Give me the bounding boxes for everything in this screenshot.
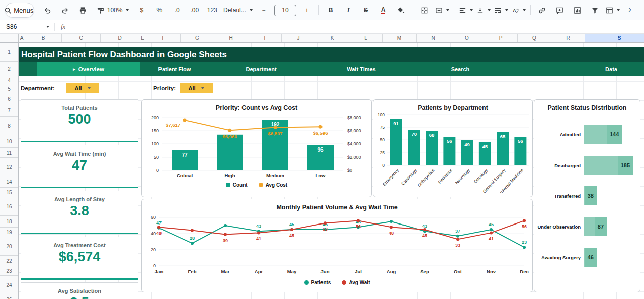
- tab-data[interactable]: Data: [584, 62, 639, 76]
- row-header-7[interactable]: 7: [0, 104, 18, 117]
- tab-patient-flow[interactable]: Patient Flow: [137, 62, 212, 76]
- column-header-L[interactable]: L: [349, 34, 383, 42]
- insert-chart-button[interactable]: [569, 4, 586, 17]
- column-header-O[interactable]: O: [450, 34, 484, 42]
- svg-text:Pediatrics: Pediatrics: [437, 168, 453, 185]
- row-header-8[interactable]: 8: [0, 117, 18, 135]
- row-header-23[interactable]: 23: [0, 266, 18, 276]
- row-header-19[interactable]: 19: [0, 228, 18, 237]
- row-header-2[interactable]: 2: [0, 62, 18, 77]
- increase-decimal-button[interactable]: .00: [186, 4, 203, 17]
- tab-label: Wait Times: [347, 66, 375, 72]
- toolbar-divider: [530, 5, 531, 15]
- column-header-H[interactable]: H: [214, 34, 248, 42]
- row-header-5[interactable]: 5: [0, 84, 18, 94]
- column-header-S[interactable]: S: [585, 34, 644, 42]
- department-filter-dropdown[interactable]: All: [66, 83, 99, 93]
- row-header-18[interactable]: 18: [0, 216, 18, 228]
- legend-swatch: [342, 280, 346, 285]
- strikethrough-button[interactable]: S: [357, 4, 374, 17]
- menus-button[interactable]: Menus: [5, 3, 34, 18]
- print-button[interactable]: [74, 4, 91, 17]
- decrease-decimal-button[interactable]: .0: [169, 4, 186, 17]
- svg-text:60: 60: [151, 215, 156, 220]
- create-filter-button[interactable]: [587, 4, 604, 17]
- row-header-14[interactable]: 14: [0, 176, 18, 188]
- format-percent-button[interactable]: %: [151, 4, 168, 17]
- column-header-K[interactable]: K: [315, 34, 349, 42]
- borders-button[interactable]: [416, 4, 433, 17]
- italic-button[interactable]: I: [340, 4, 357, 17]
- select-all-corner[interactable]: [0, 34, 19, 42]
- paint-format-button[interactable]: [92, 4, 109, 17]
- format-currency-button[interactable]: $: [133, 4, 150, 17]
- vertical-align-button[interactable]: [475, 4, 492, 17]
- functions-button[interactable]: Σ: [622, 4, 639, 17]
- insert-link-button[interactable]: [534, 4, 551, 17]
- toolbar-divider: [413, 5, 413, 15]
- row-header-24[interactable]: 24: [0, 276, 18, 294]
- column-header-J[interactable]: J: [282, 34, 315, 42]
- tab-search[interactable]: Search: [428, 62, 493, 76]
- paint-bucket-icon: [397, 7, 405, 14]
- increase-font-size-button[interactable]: +: [298, 4, 315, 17]
- status-bar: 38: [584, 186, 597, 205]
- column-header-P[interactable]: P: [484, 34, 518, 42]
- cell-name-box[interactable]: S86: [0, 20, 54, 33]
- column-header-F[interactable]: F: [146, 34, 181, 42]
- fill-color-button[interactable]: [392, 4, 410, 17]
- text-color-button[interactable]: A: [375, 4, 392, 17]
- monthly-volume-wait-chart-panel[interactable]: Monthly Patient Volume & Avg Wait Time 0…: [141, 199, 533, 292]
- undo-button[interactable]: [39, 4, 56, 17]
- row-header-4[interactable]: 4: [0, 77, 18, 84]
- more-formats-button[interactable]: 123: [204, 4, 221, 17]
- priority-count-cost-chart-panel[interactable]: Priority: Count vs Avg Cost 050100150200…: [141, 99, 372, 197]
- spreadsheet-grid[interactable]: Hospital Patient Flow Dashboard in Googl…: [19, 43, 644, 299]
- row-header-15[interactable]: 15: [0, 188, 18, 197]
- column-header-C[interactable]: C: [62, 34, 101, 42]
- insert-comment-button[interactable]: [551, 4, 569, 17]
- row-header-26[interactable]: 26: [0, 294, 18, 299]
- patient-status-panel[interactable]: Patient Status Distribution Admitted144D…: [534, 99, 640, 292]
- decrease-font-size-button[interactable]: −: [255, 4, 272, 17]
- row-header-1[interactable]: 1: [0, 43, 18, 62]
- kpi-value: 500: [21, 113, 138, 126]
- column-header-Q[interactable]: Q: [518, 34, 551, 42]
- redo-button[interactable]: [56, 4, 73, 17]
- chevron-down-icon: [46, 26, 49, 28]
- column-header-E[interactable]: E: [139, 34, 146, 42]
- column-header-N[interactable]: N: [417, 34, 450, 42]
- status-value: 38: [585, 186, 597, 205]
- svg-text:$4,000: $4,000: [347, 141, 361, 146]
- patients-by-department-chart-panel[interactable]: Patients by Department 025507510091Emerg…: [373, 99, 533, 197]
- tab-department[interactable]: Department: [223, 62, 299, 76]
- horizontal-align-button[interactable]: [457, 4, 474, 17]
- column-header-M[interactable]: M: [383, 34, 417, 42]
- tab-wait-times[interactable]: Wait Times: [324, 62, 399, 76]
- merge-cells-button[interactable]: [434, 4, 451, 17]
- text-wrap-button[interactable]: [493, 4, 510, 17]
- priority-filter-dropdown[interactable]: All: [180, 83, 213, 93]
- filters-row: Department: All Priority: All: [21, 83, 333, 93]
- column-header-I[interactable]: I: [248, 34, 282, 42]
- row-header-22[interactable]: 22: [0, 256, 18, 266]
- row-header-16[interactable]: 16: [0, 197, 18, 216]
- row-header-11[interactable]: 11: [0, 148, 18, 158]
- column-header-R[interactable]: R: [551, 34, 585, 42]
- row-header-12[interactable]: 12: [0, 158, 18, 176]
- row-header-10[interactable]: 10: [0, 135, 18, 148]
- row-header-20[interactable]: 20: [0, 237, 18, 256]
- text-rotation-button[interactable]: A: [510, 4, 527, 17]
- column-header-B[interactable]: B: [25, 34, 62, 42]
- font-select[interactable]: Defaul...: [227, 4, 249, 17]
- bold-button[interactable]: B: [322, 4, 339, 17]
- font-size-input[interactable]: 10: [274, 5, 296, 16]
- column-header-A[interactable]: A: [19, 34, 25, 42]
- tab-overview[interactable]: ▸Overview: [37, 62, 140, 76]
- table-views-button[interactable]: [604, 4, 621, 17]
- row-header-6[interactable]: 6: [0, 94, 18, 104]
- zoom-select[interactable]: 100%: [109, 4, 126, 17]
- column-header-D[interactable]: D: [101, 34, 139, 42]
- formula-input[interactable]: [71, 20, 644, 33]
- column-header-G[interactable]: G: [181, 34, 214, 42]
